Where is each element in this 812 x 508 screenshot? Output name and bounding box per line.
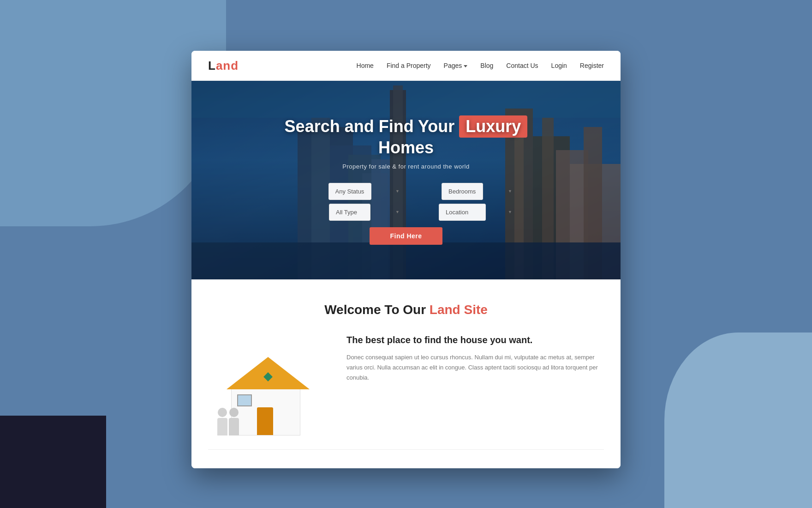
hero-title: Search and Find Your Luxury Homes <box>201 115 611 157</box>
nav-login-link[interactable]: Login <box>551 62 567 69</box>
bg-shape-bottom-right <box>664 333 812 508</box>
nav-contact-link[interactable]: Contact Us <box>506 62 538 69</box>
welcome-title-highlight: Land Site <box>430 302 488 317</box>
house-door <box>257 407 273 435</box>
hero-section: Search and Find Your Luxury Homes Proper… <box>191 81 621 279</box>
figure-right-head <box>229 408 239 417</box>
nav-home-link[interactable]: Home <box>357 62 374 69</box>
search-row-1: Any Status For Sale For Rent Bedrooms 1 … <box>295 183 517 200</box>
nav-find-property[interactable]: Find a Property <box>387 61 431 70</box>
nav-register-link[interactable]: Register <box>580 62 604 69</box>
nav-register[interactable]: Register <box>580 61 604 70</box>
figure-right <box>229 408 239 435</box>
chevron-down-icon <box>464 65 467 67</box>
search-row-2: All Type House Apartment Villa Office Lo… <box>295 204 517 221</box>
section-divider <box>208 449 604 450</box>
nav-login[interactable]: Login <box>551 61 567 70</box>
bg-shape-bottom-left <box>0 416 106 508</box>
hero-content: Search and Find Your Luxury Homes Proper… <box>191 115 621 244</box>
logo-l: L <box>208 59 216 73</box>
bedrooms-select[interactable]: Bedrooms 1 2 3 4 5+ <box>442 183 483 200</box>
logo-and: and <box>216 59 239 73</box>
status-select[interactable]: Any Status For Sale For Rent <box>328 183 371 200</box>
navbar: Land Home Find a Property Pages Blog Con… <box>191 51 621 81</box>
nav-blog-link[interactable]: Blog <box>480 62 493 69</box>
type-select[interactable]: All Type House Apartment Villa Office <box>329 204 370 221</box>
bedrooms-select-wrapper: Bedrooms 1 2 3 4 5+ <box>408 183 517 200</box>
location-select-wrapper: Location New York Los Angeles Chicago Ho… <box>408 204 517 221</box>
figure-left-body <box>217 418 227 435</box>
nav-blog[interactable]: Blog <box>480 61 493 70</box>
hero-title-part2: Homes <box>378 138 434 157</box>
welcome-image <box>208 334 328 435</box>
hero-title-part1: Search and Find Your <box>285 117 455 136</box>
location-select[interactable]: Location New York Los Angeles Chicago Ho… <box>439 204 486 221</box>
browser-window: Land Home Find a Property Pages Blog Con… <box>191 51 621 468</box>
nav-find-property-link[interactable]: Find a Property <box>387 62 431 69</box>
figure-left-head <box>218 408 227 417</box>
house-body <box>231 387 300 435</box>
welcome-content-title: The best place to find the house you wan… <box>346 334 604 346</box>
hero-subtitle: Property for sale & for rent around the … <box>201 163 611 170</box>
welcome-text: The best place to find the house you wan… <box>346 334 604 383</box>
nav-pages[interactable]: Pages <box>444 62 468 69</box>
figure-right-body <box>229 418 239 435</box>
welcome-section: Welcome To Our Land Site <box>191 279 621 468</box>
figure-left <box>217 408 227 435</box>
house-illustration <box>222 343 314 435</box>
welcome-title-part1: Welcome To Our <box>324 302 426 317</box>
find-here-button[interactable]: Find Here <box>370 227 442 245</box>
type-select-wrapper: All Type House Apartment Villa Office <box>295 204 404 221</box>
logo: Land <box>208 59 239 73</box>
hero-luxury-badge: Luxury <box>459 115 527 137</box>
nav-contact[interactable]: Contact Us <box>506 61 538 70</box>
search-form: Any Status For Sale For Rent Bedrooms 1 … <box>295 183 517 245</box>
welcome-title: Welcome To Our Land Site <box>208 302 604 317</box>
house-window <box>237 394 252 406</box>
welcome-content-body: Donec consequat sapien ut leo cursus rho… <box>346 352 604 383</box>
nav-links: Home Find a Property Pages Blog Contact … <box>357 61 604 70</box>
welcome-content: The best place to find the house you wan… <box>208 334 604 435</box>
nav-pages-link[interactable]: Pages <box>444 62 468 69</box>
nav-home[interactable]: Home <box>357 61 374 70</box>
status-select-wrapper: Any Status For Sale For Rent <box>295 183 404 200</box>
